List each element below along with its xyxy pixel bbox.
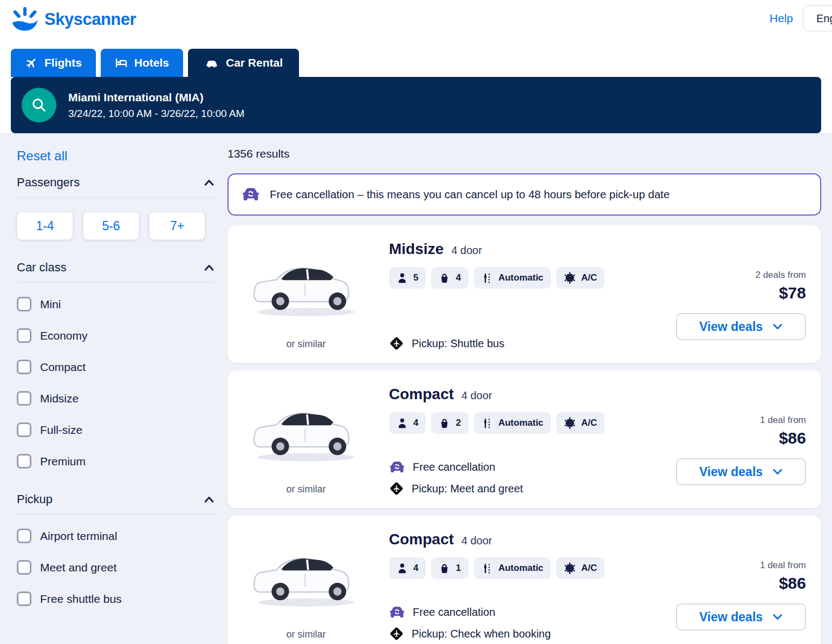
search-summary[interactable]: Miami International (MIA) 3/24/22, 10:00… (11, 77, 821, 133)
reset-all-link[interactable]: Reset all (17, 148, 67, 164)
passengers-1-4-button[interactable]: 1-4 (17, 212, 73, 240)
airport-pickup-icon (389, 336, 404, 351)
deals-count: 1 deal from (760, 560, 806, 571)
pickup-label: Pickup: Check when booking (412, 628, 551, 640)
or-similar-label: or similar (286, 484, 326, 495)
passengers-7plus-button[interactable]: 7+ (149, 212, 205, 240)
tab-car-rental[interactable]: Car Rental (188, 49, 299, 77)
snowflake-icon (564, 272, 576, 284)
car-doors: 4 door (461, 535, 492, 547)
passenger-count: 4 (413, 563, 418, 574)
tab-flights[interactable]: Flights (11, 49, 96, 77)
checkbox[interactable] (17, 591, 31, 606)
car-class-section-header[interactable]: Car class (17, 261, 214, 283)
price: $86 (779, 574, 806, 593)
checkbox[interactable] (17, 560, 31, 575)
pickup-info: Pickup: Shuttle bus (389, 336, 671, 351)
transmission-badge: Automatic (474, 557, 551, 579)
bag-icon (439, 563, 450, 574)
bags-badge: 1 (431, 557, 468, 579)
brand-name: Skyscanner (44, 10, 136, 29)
deals-count: 2 deals from (755, 270, 806, 281)
chevron-down-icon (772, 614, 783, 620)
filter-meet-and-greet[interactable]: Meet and greet (17, 560, 214, 575)
car-details: Midsize 4 door 5 (374, 237, 671, 351)
deal-block: 1 deal from $86 View deals (671, 528, 806, 641)
filter-compact[interactable]: Compact (17, 360, 214, 374)
tab-hotels[interactable]: Hotels (101, 49, 183, 77)
car-image-block: or similar (238, 237, 374, 351)
car-photo (244, 386, 368, 468)
car-doors: 4 door (451, 244, 482, 257)
section-title: Car class (17, 261, 67, 275)
view-deals-button[interactable]: View deals (676, 313, 806, 340)
ac-label: A/C (581, 563, 597, 574)
view-deals-button[interactable]: View deals (676, 458, 806, 485)
car-image-block: or similar (238, 528, 374, 641)
checkbox[interactable] (17, 529, 31, 543)
skyscanner-sunrise-icon (11, 6, 39, 32)
passengers-section-header[interactable]: Passengers (17, 175, 214, 198)
car-details: Compact 4 door 4 (374, 528, 671, 641)
ac-badge: A/C (556, 557, 604, 579)
free-cancellation-label: Free cancellation (413, 461, 495, 473)
car-result-card: or similar Compact 4 door 4 (227, 370, 821, 508)
chevron-down-icon (772, 469, 783, 475)
free-cancellation-car-icon (389, 606, 405, 619)
ac-badge: A/C (556, 412, 604, 434)
car-class-title: Compact (389, 386, 454, 403)
transmission-label: Automatic (498, 563, 543, 574)
search-icon-circle (22, 88, 56, 122)
deal-block: 1 deal from $86 View deals (671, 382, 806, 496)
product-tabs: Flights Hotels Car Rental (11, 49, 832, 77)
help-link[interactable]: Help (770, 12, 793, 25)
deals-count: 1 deal from (760, 415, 806, 426)
chevron-down-icon (772, 323, 783, 330)
passengers-5-6-button[interactable]: 5-6 (83, 212, 139, 240)
passenger-options: 1-4 5-6 7+ (17, 212, 214, 240)
checkbox[interactable] (17, 422, 31, 437)
passenger-count: 4 (413, 418, 418, 428)
price: $78 (779, 284, 806, 302)
filter-economy[interactable]: Economy (17, 328, 214, 343)
passengers-badge: 5 (389, 267, 426, 289)
ac-badge: A/C (556, 267, 604, 289)
filter-full-size[interactable]: Full-size (17, 422, 214, 437)
results-column: 1356 results Free cancellation – this me… (227, 145, 821, 644)
view-deals-label: View deals (699, 320, 763, 334)
car-image-block: or similar (238, 382, 374, 496)
checkbox[interactable] (17, 297, 31, 311)
section-title: Pickup (17, 492, 53, 506)
person-icon (396, 563, 408, 574)
checkbox[interactable] (17, 391, 31, 406)
chevron-up-icon (204, 496, 214, 503)
bed-icon (115, 56, 128, 69)
skyscanner-car-rental-page: Skyscanner Help Eng Flights Hotels C (0, 0, 832, 644)
transmission-badge: Automatic (474, 412, 551, 434)
free-cancellation-label: Free cancellation (413, 606, 495, 619)
language-button[interactable]: Eng (803, 5, 832, 31)
pickup-section-header[interactable]: Pickup (17, 492, 214, 515)
bag-count: 4 (456, 272, 460, 283)
snowflake-icon (564, 417, 576, 429)
chevron-up-icon (204, 264, 214, 271)
gear-shift-icon (482, 418, 493, 429)
view-deals-label: View deals (699, 465, 763, 479)
view-deals-button[interactable]: View deals (676, 603, 806, 630)
results-count: 1356 results (227, 147, 821, 160)
checkbox[interactable] (17, 454, 31, 469)
skyscanner-logo: Skyscanner (11, 6, 832, 32)
car-result-card: or similar Midsize 4 door 5 (227, 225, 821, 363)
airport-pickup-icon (389, 626, 404, 641)
filter-free-shuttle-bus[interactable]: Free shuttle bus (17, 591, 214, 606)
filter-airport-terminal[interactable]: Airport terminal (17, 529, 214, 543)
car-photo (244, 240, 368, 323)
filter-premium[interactable]: Premium (17, 454, 214, 469)
filter-mini[interactable]: Mini (17, 297, 214, 311)
checkbox[interactable] (17, 328, 31, 343)
filters-sidebar: Reset all Passengers 1-4 5-6 7+ Car clas… (17, 145, 214, 623)
checkbox[interactable] (17, 360, 31, 374)
pickup-label: Pickup: Meet and greet (412, 483, 523, 495)
filter-midsize[interactable]: Midsize (17, 391, 214, 406)
car-class-title: Midsize (389, 240, 444, 258)
